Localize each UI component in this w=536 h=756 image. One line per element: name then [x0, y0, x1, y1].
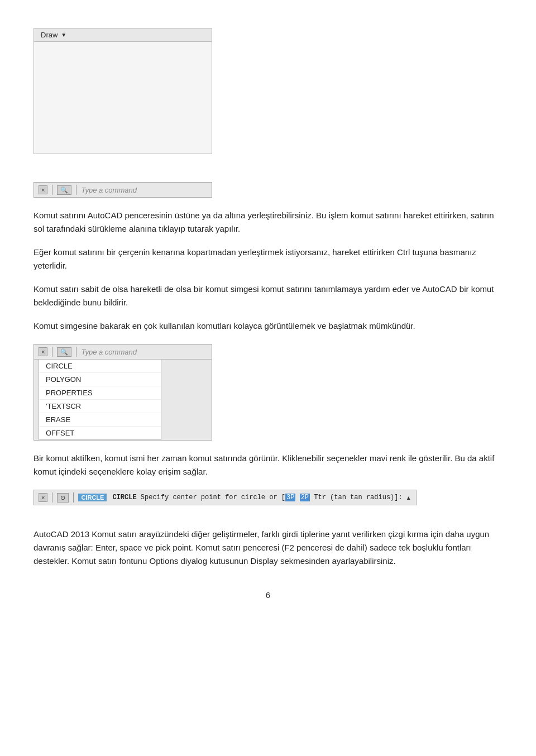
draw-titlebar: Draw ▼ [34, 28, 212, 42]
circle-bar-inner: × ⊙ CIRCLE CIRCLE Specify center point f… [34, 490, 416, 505]
cmd-bar-2: × 🔍 Type a command CIRCLE POLYGON PROPER… [34, 344, 212, 441]
circle-cmd-normal: Specify center point for circle or [ [141, 494, 285, 501]
divider-6 [73, 492, 74, 503]
close-button-2[interactable]: × [39, 347, 47, 356]
option-3p[interactable]: 3P [285, 494, 295, 501]
draw-menu-window: Draw ▼ [34, 28, 212, 154]
cmd-bar-screenshot-1: × 🔍 Type a command [34, 182, 502, 198]
close-button[interactable]: × [39, 185, 47, 194]
divider-4 [76, 347, 76, 357]
page-number: 6 [34, 590, 502, 600]
divider-2 [76, 185, 76, 195]
cursor-indicator: ▲ [406, 495, 411, 501]
paragraph-3: Komut satırı sabit de olsa hareketli de … [34, 283, 502, 309]
circle-command-bar: × ⊙ CIRCLE CIRCLE Specify center point f… [34, 490, 417, 505]
circle-command-text: CIRCLE Specify center point for circle o… [112, 494, 402, 501]
circle-cmd-bold: CIRCLE [112, 494, 136, 501]
cmd-placeholder-1: Type a command [81, 186, 136, 194]
dropdown-item-erase[interactable]: ERASE [39, 413, 161, 427]
option-ttr: Ttr (tan tan radius)]: [314, 494, 402, 501]
paragraph-6: AutoCAD 2013 Komut satırı arayüzündeki d… [34, 528, 502, 568]
dropdown-item-textscr[interactable]: 'TEXTSCR [39, 400, 161, 413]
dropdown-item-properties[interactable]: PROPERTIES [39, 386, 161, 400]
close-button-3[interactable]: × [39, 493, 47, 502]
divider-1 [52, 185, 52, 195]
dropdown-item-offset[interactable]: OFFSET [39, 427, 161, 439]
paragraph-1: Komut satırını AutoCAD penceresinin üstü… [34, 209, 502, 236]
option-2p[interactable]: 2P [300, 494, 310, 501]
search-button-3[interactable]: ⊙ [57, 493, 69, 503]
divider-3 [52, 347, 52, 357]
cmd-dropdown: CIRCLE POLYGON PROPERTIES 'TEXTSCR ERASE… [39, 360, 161, 440]
draw-arrow: ▼ [61, 32, 66, 38]
cmd-bar-2-top: × 🔍 Type a command [34, 344, 212, 360]
divider-5 [52, 492, 52, 503]
draw-body [34, 42, 212, 154]
circle-bar-screenshot: × ⊙ CIRCLE CIRCLE Specify center point f… [34, 490, 502, 516]
circle-badge: CIRCLE [78, 494, 107, 501]
dropdown-item-circle[interactable]: CIRCLE [39, 360, 161, 373]
paragraph-5: Bir komut aktifken, komut ismi her zaman… [34, 452, 502, 479]
search-button-2[interactable]: 🔍 [57, 347, 71, 357]
paragraph-2: Eğer komut satırını bir çerçenin kenarın… [34, 246, 502, 272]
paragraph-4: Komut simgesine bakarak en çok kullanıla… [34, 319, 502, 333]
page-content: Draw ▼ × 🔍 Type a command Komut satırını… [34, 28, 502, 600]
cmd-placeholder-2: Type a command [81, 348, 136, 356]
draw-menu-screenshot: Draw ▼ [34, 28, 502, 171]
cmd-bar-1: × 🔍 Type a command [34, 182, 212, 198]
search-button-1[interactable]: 🔍 [57, 185, 71, 195]
draw-title: Draw [41, 31, 58, 39]
dropdown-item-polygon[interactable]: POLYGON [39, 373, 161, 386]
cmd-bar-screenshot-2: × 🔍 Type a command CIRCLE POLYGON PROPER… [34, 344, 502, 441]
